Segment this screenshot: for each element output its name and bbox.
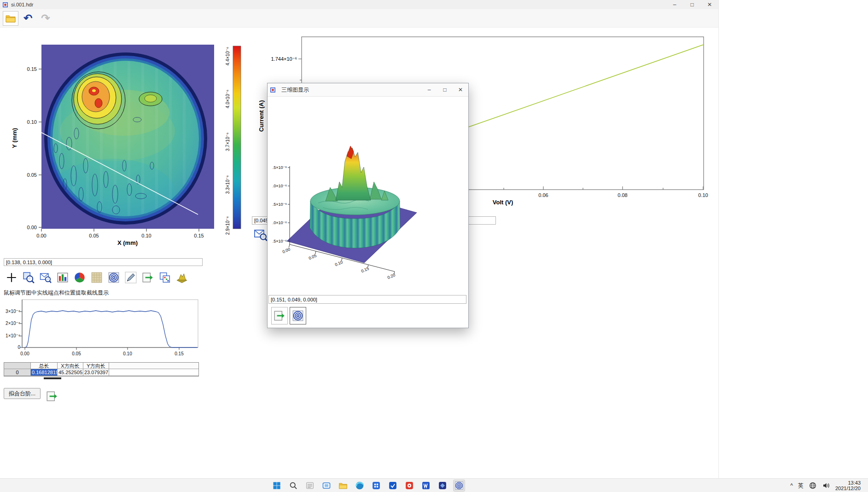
edge-browser-icon [355,481,364,490]
y-length-cell[interactable]: 23.079397 [83,369,109,376]
iv-y-axis-label: Current (A) [258,100,265,132]
colorbar-tool-button[interactable] [55,269,70,286]
x3d-tick: 0.15 [361,266,370,273]
app-dark-button[interactable] [437,480,449,492]
table-row-filler [109,369,198,376]
app-blue-button[interactable] [387,480,399,492]
redo-button[interactable]: ↷ [38,11,53,26]
x3d-tick: 0.20 [387,272,396,280]
app-grid-button[interactable] [370,480,382,492]
colorbar-tick: 4.4×10⁻⁶ [225,47,230,65]
x-tick: 0.05 [89,233,99,238]
crosshair-tool-button[interactable] [4,269,19,286]
language-indicator[interactable]: 英 [798,482,804,490]
probe-tool-button[interactable] [123,269,139,286]
table-corner-cell [4,363,31,369]
dialog-app-icon [270,87,276,93]
close-button[interactable]: ✕ [701,0,718,9]
maximize-button[interactable]: □ [683,0,701,9]
profile-plot[interactable]: 3×10⁻⁶ 2×10⁻⁶ 1×10⁻⁶ 0 0.00 0.05 0.10 0.… [0,296,205,360]
profile-y-tick: 3×10⁻⁶ [6,309,20,314]
iv-x-tick: 0.06 [538,192,548,198]
colormap-tool-button[interactable] [72,269,87,286]
colorbar [233,46,241,229]
export-step-button[interactable] [44,388,60,405]
envelope-magnifier-icon [254,228,268,242]
app-red-button[interactable] [403,480,415,492]
folder-icon [338,481,348,490]
pattern-tool-button[interactable] [106,269,122,286]
export-tool-button[interactable] [140,269,156,286]
network-globe-icon[interactable] [809,481,817,490]
export-arrow-icon [142,272,154,284]
interference-pattern-icon [292,310,304,322]
x-tick: 0.00 [36,233,46,238]
dialog-minimize-button[interactable]: – [421,83,437,96]
main-toolbar: ↶ ↷ [0,9,718,28]
iv-region-zoom-button[interactable] [253,226,268,243]
surface3d-tool-button[interactable] [174,269,190,286]
notes-app-button[interactable] [304,480,316,492]
contour-plot[interactable]: 0.00 0.05 0.10 0.15 0.15 0.10 0.05 0.00 … [0,28,251,258]
undo-icon: ↶ [23,13,32,23]
taskbar-apps [271,479,465,492]
colorbar-tick: 2.9×10⁻⁶ [225,216,230,235]
edge-browser-button[interactable] [354,480,366,492]
dialog-close-button[interactable]: ✕ [453,83,468,96]
dialog-titlebar: 三维图显示 – □ ✕ [268,83,468,97]
start-button[interactable] [271,480,283,492]
dialog-pattern-button[interactable] [290,307,306,324]
dialog-export-button[interactable] [271,307,288,324]
profile-x-tick: 0.05 [72,351,81,356]
total-length-cell[interactable]: 0.16812819 [31,369,58,376]
row-index-cell[interactable]: 0 [4,369,31,376]
x3d-tick: 0.00 [282,247,291,254]
dialog-maximize-button[interactable]: □ [437,83,453,96]
table-header: 总长 [31,363,58,369]
surface3d-plot[interactable]: .5×10⁻⁶ .0×10⁻⁶ .5×10⁻⁶ .0×10⁻⁶ .5×10⁻⁶ … [268,96,468,294]
clock-time: 13:43 [835,480,861,486]
clock-date: 2021/12/20 [835,486,861,491]
copy-tool-button[interactable] [157,269,173,286]
magnifier-icon [23,272,35,284]
profile-y-tick: 1×10⁻⁶ [6,333,20,338]
undo-button[interactable]: ↶ [20,11,36,26]
blue-grid-app-icon [372,481,381,490]
table-grip[interactable] [44,377,61,379]
search-button[interactable] [287,480,299,492]
iv-x-axis-label: Volt (V) [493,199,513,206]
table-row: 0 0.16812819 45.252505 23.079397 [4,369,198,376]
active-measurement-app-button[interactable] [453,480,465,492]
iv-y-tick: 1.744×10⁻⁶ [271,56,297,62]
fit-step-button[interactable]: 拟合台阶... [4,388,41,399]
x-tick: 0.15 [194,233,204,238]
table-header: Y方向长 [83,363,109,369]
clock[interactable]: 13:43 2021/12/20 [835,480,861,491]
file-explorer-button[interactable] [337,480,349,492]
open-file-button[interactable] [3,11,18,26]
secondary-blob [139,92,162,106]
color-bars-icon [57,272,69,284]
surface3d-dialog: 三维图显示 – □ ✕ [267,83,469,328]
task-view-button[interactable] [320,480,332,492]
window-controls: – □ ✕ [666,0,718,9]
interference-pattern-icon [454,481,464,490]
volume-icon[interactable] [822,481,830,490]
copy-layers-icon [159,272,171,284]
redo-icon: ↷ [41,13,50,23]
minimize-button[interactable]: – [666,0,683,9]
texture-tool-button[interactable] [89,269,105,286]
table-header: X方向长 [58,363,83,369]
task-view-icon [322,481,331,490]
tray-expand-chevron[interactable]: ^ [790,482,793,489]
zoom-tool-button[interactable] [21,269,36,286]
x-length-cell[interactable]: 45.252505 [58,369,83,376]
region-zoom-tool-button[interactable] [38,269,53,286]
surface3d-peak [336,148,371,200]
dialog-controls: – □ ✕ [421,83,468,96]
x-axis-label: X (mm) [117,239,138,246]
red-app-icon [405,481,414,490]
colorbar-tick: 3.3×10⁻⁶ [225,175,230,194]
app-word-button[interactable] [420,480,432,492]
y-tick: 0.15 [27,66,37,72]
